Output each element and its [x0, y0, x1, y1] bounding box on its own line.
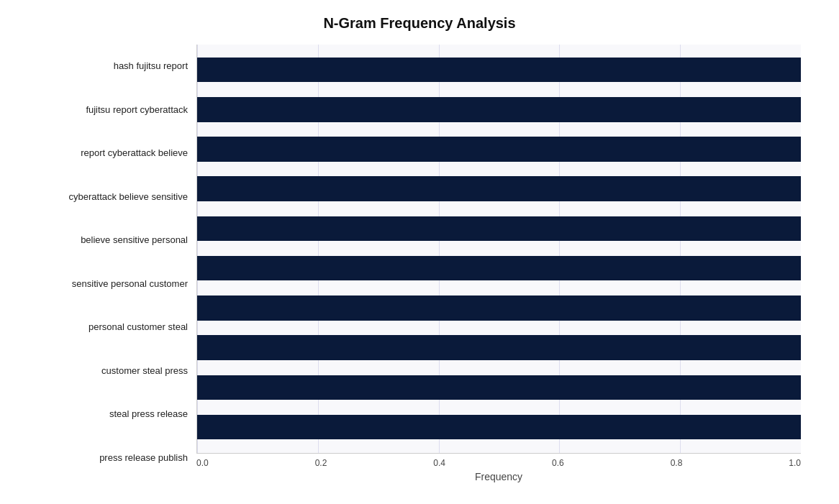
bars-and-x: 0.00.20.40.60.81.0 Frequency [196, 45, 801, 482]
y-label-2: report cyberattack believe [81, 132, 188, 175]
bar-row-1 [197, 90, 801, 129]
x-tick-2: 0.4 [433, 458, 445, 468]
x-tick-5: 1.0 [789, 458, 801, 468]
bar-7 [197, 335, 801, 359]
bar-row-0 [197, 50, 801, 90]
bar-4 [197, 216, 801, 241]
bar-row-4 [197, 209, 801, 248]
y-labels: hash fujitsu reportfujitsu report cybera… [38, 45, 196, 482]
y-label-7: customer steal press [101, 349, 188, 393]
bar-1 [197, 97, 801, 122]
chart-title: N-Gram Frequency Analysis [323, 15, 515, 32]
bars-wrapper [196, 45, 801, 454]
bar-row-5 [197, 249, 801, 288]
bar-3 [197, 176, 801, 201]
bars-container [197, 45, 801, 453]
y-label-3: cyberattack believe sensitive [69, 175, 188, 219]
x-tick-0: 0.0 [196, 458, 209, 468]
chart-container: N-Gram Frequency Analysis hash fujitsu r… [24, 8, 815, 497]
bar-2 [197, 137, 801, 161]
chart-area: hash fujitsu reportfujitsu report cybera… [38, 45, 801, 482]
x-tick-1: 0.2 [315, 458, 327, 468]
x-tick-3: 0.6 [552, 458, 564, 468]
bar-6 [197, 295, 801, 320]
y-label-9: press release publish [99, 436, 188, 480]
bar-row-3 [197, 169, 801, 209]
bar-8 [197, 375, 801, 400]
y-label-8: steal press release [109, 393, 188, 436]
bar-row-8 [197, 367, 801, 407]
x-axis: 0.00.20.40.60.81.0 [196, 454, 801, 468]
bar-9 [197, 415, 801, 439]
y-label-5: sensitive personal customer [72, 262, 188, 306]
y-label-1: fujitsu report cyberattack [86, 88, 188, 132]
bar-row-2 [197, 129, 801, 169]
bar-row-7 [197, 328, 801, 367]
x-tick-4: 0.8 [671, 458, 683, 468]
y-label-0: hash fujitsu report [114, 45, 188, 88]
y-label-6: personal customer steal [89, 306, 188, 349]
x-axis-label: Frequency [196, 471, 801, 482]
bar-0 [197, 58, 801, 82]
bar-row-9 [197, 407, 801, 446]
bar-row-6 [197, 288, 801, 328]
bar-5 [197, 256, 801, 280]
y-label-4: believe sensitive personal [81, 219, 188, 262]
